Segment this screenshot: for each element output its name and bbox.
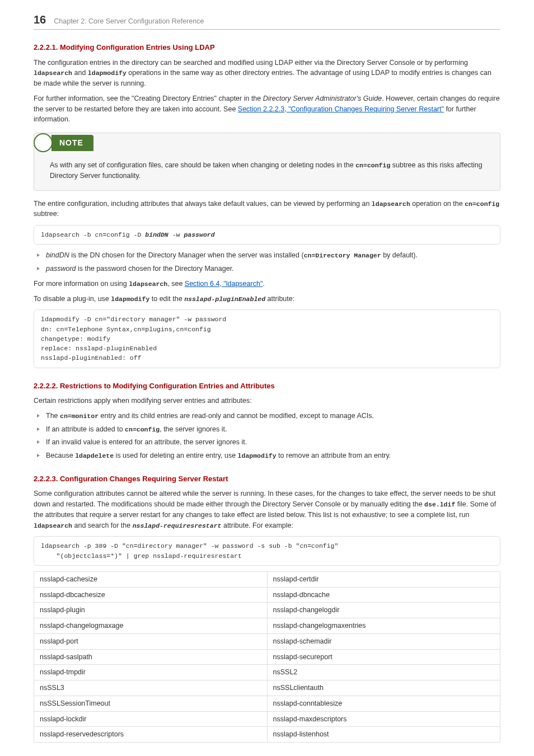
text: To disable a plug-in, use (34, 295, 111, 303)
paragraph: To disable a plug-in, use ldapmodify to … (34, 294, 500, 304)
text: to edit the (149, 295, 184, 303)
table-row: nsslapd-reservedescriptorsnsslapd-listen… (34, 727, 500, 743)
table-cell: nsSSL2 (267, 665, 500, 680)
table-cell: nsslapd-reservedescriptors (34, 727, 268, 743)
table-cell: nsslapd-conntablesize (267, 696, 500, 711)
code-text: -w (168, 231, 184, 238)
link-section-2223[interactable]: Section 2.2.2.3, "Configuration Changes … (238, 105, 444, 113)
text: The configuration entries in the directo… (34, 59, 468, 67)
table-row: nsSSLSessionTimeoutnsslapd-conntablesize (34, 696, 500, 711)
code-inline: cn=config (465, 200, 499, 208)
list-item: Because ldapdelete is used for deleting … (37, 450, 500, 461)
text: operation on the (410, 200, 465, 208)
text: The entire configuration, including attr… (34, 200, 372, 208)
list-item: If an invalid value is entered for an at… (37, 437, 500, 448)
table-cell: nsSSLclientauth (267, 680, 500, 696)
code-inline: ldapmodify (88, 69, 127, 77)
section-title-2222: 2.2.2.2. Restrictions to Modifying Confi… (34, 381, 500, 392)
code-inline: ldapsearch (129, 280, 167, 288)
note-box: NOTE As with any set of configuration fi… (34, 133, 500, 191)
table-cell: nsslapd-changelogdir (267, 603, 500, 618)
table-cell: nsslapd-secureport (267, 649, 500, 665)
list-item: password is the password chosen for the … (37, 264, 500, 274)
code-inline: dse.ldif (424, 501, 455, 508)
list-item: The cn=monitor entry and its child entri… (37, 411, 500, 421)
text: to remove an attribute from an entry. (277, 452, 391, 459)
table-cell: nsSSLSessionTimeout (34, 696, 268, 711)
text: attribute. For example: (221, 522, 293, 529)
table-cell: nsSSL3 (34, 680, 268, 696)
table-cell: nsslapd-certdir (267, 571, 500, 587)
table-row: nsslapd-dbcachesizensslapd-dbncache (34, 587, 500, 603)
table-row: nsslapd-tmpdirnsSSL2 (34, 665, 500, 680)
code-inline: ldapsearch (34, 69, 72, 77)
code-param: nsslapd-pluginEnabled (184, 295, 265, 303)
text: , the server ignores it. (160, 425, 227, 433)
code-inline: cn=Directory Manager (304, 252, 381, 259)
code-inline: ldapmodify (111, 295, 149, 303)
text: The (46, 412, 60, 420)
paragraph: For further information, see the "Creati… (34, 93, 500, 125)
code-inline: ldapdelete (75, 452, 114, 459)
code-inline: ldapsearch (372, 200, 410, 208)
link-section-64[interactable]: Section 6.4, "ldapsearch" (185, 280, 263, 288)
paragraph: The entire configuration, including attr… (34, 199, 500, 220)
text: Because (46, 452, 75, 459)
table-cell: nsslapd-plugin (34, 603, 268, 618)
table-cell: nsslapd-schemadir (267, 633, 500, 649)
table-row: nsSSL3nsSSLclientauth (34, 680, 500, 696)
text: and (72, 69, 88, 77)
table-cell: nsslapd-cachesize (34, 571, 268, 587)
code-block: ldapsearch -p 389 -D "cn=directory manag… (34, 536, 500, 566)
paragraph: Certain restrictions apply when modifyin… (34, 396, 500, 406)
code-inline: ldapmodify (238, 452, 277, 459)
paragraph: Some configuration attributes cannot be … (34, 489, 500, 530)
table-cell: nsslapd-lockdir (34, 711, 268, 727)
table-cell: nsslapd-tmpdir (34, 665, 268, 680)
bullet-list: bindDN is the DN chosen for the Director… (34, 250, 500, 274)
table-row: nsslapd-cachesizensslapd-certdir (34, 571, 500, 587)
code-param: bindDN (145, 231, 168, 238)
section-title-2221: 2.2.2.1. Modifying Configuration Entries… (34, 42, 500, 53)
text: , see (167, 280, 185, 288)
table-cell: nsslapd-dbcachesize (34, 587, 268, 603)
attribute-table: nsslapd-cachesizensslapd-certdirnsslapd-… (34, 571, 500, 743)
text: . (263, 280, 264, 288)
italic-text: Directory Server Administrator's Guide (263, 95, 382, 102)
list-item: bindDN is the DN chosen for the Director… (37, 250, 500, 261)
text: and search for the (72, 522, 133, 529)
text: subtree: (34, 210, 59, 218)
table-cell: nsslapd-changelogmaxentries (267, 618, 500, 634)
page-number: 16 (34, 11, 46, 28)
code-inline: cn=config (125, 426, 160, 433)
text: If an attribute is added to (46, 425, 125, 433)
text: For more information on using (34, 280, 129, 288)
code-block: ldapmodify -D cn="directory manager" -w … (34, 309, 500, 368)
table-row: nsslapd-lockdirnsslapd-maxdescriptors (34, 711, 500, 727)
text: For further information, see the "Creati… (34, 95, 263, 102)
note-header: NOTE (34, 133, 500, 152)
note-icon (34, 133, 53, 152)
table-row: nsslapd-saslpathnsslapd-secureport (34, 649, 500, 665)
code-inline: cn=config (355, 162, 390, 169)
code-param: nsslapd-requiresrestart (133, 522, 222, 529)
table-cell: nsslapd-changelogmaxage (34, 618, 268, 634)
code-param: password (184, 231, 214, 238)
text: is used for deleting an entire entry, us… (114, 452, 237, 459)
paragraph: For more information on using ldapsearch… (34, 279, 500, 289)
table-row: nsslapd-pluginnsslapd-changelogdir (34, 603, 500, 618)
code-inline: ldapsearch (34, 522, 72, 529)
page-header: 16 Chapter 2. Core Server Configuration … (34, 11, 500, 30)
chapter-title: Chapter 2. Core Server Configuration Ref… (54, 16, 204, 27)
note-label: NOTE (51, 135, 93, 151)
table-cell: nsslapd-maxdescriptors (267, 711, 500, 727)
table-cell: nsslapd-listenhost (267, 727, 500, 743)
text: attribute: (265, 295, 294, 303)
list-item: If an attribute is added to cn=config, t… (37, 424, 500, 435)
code-inline: cn=monitor (60, 412, 99, 420)
table-row: nsslapd-changelogmaxagensslapd-changelog… (34, 618, 500, 634)
note-body: As with any set of configuration files, … (34, 152, 500, 190)
text: entry and its child entries are read-onl… (99, 412, 374, 420)
text: As with any set of configuration files, … (50, 161, 355, 169)
table-cell: nsslapd-port (34, 633, 268, 649)
